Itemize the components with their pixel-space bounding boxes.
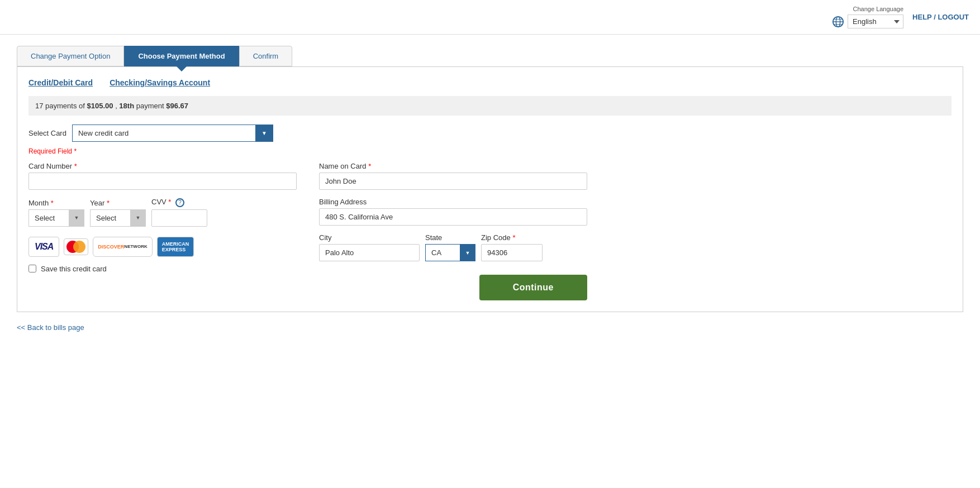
amex-logo: AMERICANEXPRESS bbox=[157, 237, 194, 257]
cvv-group: CVV * ? bbox=[151, 198, 207, 227]
payment-amount-2: $96.67 bbox=[166, 102, 188, 110]
help-logout-separator: / bbox=[934, 13, 936, 21]
form-section: Card Number * Month * Selec bbox=[28, 162, 952, 300]
month-year-cvv-row: Month * Select 010203 040506 070809 1011… bbox=[28, 198, 297, 227]
name-on-card-label: Name on Card * bbox=[319, 162, 587, 170]
card-logos: VISA DISCOVERNETWORK AMERICANEXPRESS bbox=[28, 237, 297, 257]
payment-amount-1: $105.00 bbox=[87, 102, 113, 110]
year-select[interactable]: Select 202420252026 2027202820292030 bbox=[90, 209, 146, 227]
discover-logo: DISCOVERNETWORK bbox=[93, 237, 152, 257]
main-content: Change Payment Option Choose Payment Met… bbox=[0, 35, 980, 343]
credit-debit-link[interactable]: Credit/Debit Card bbox=[28, 78, 93, 87]
mastercard-logo bbox=[64, 238, 88, 255]
cvv-info-icon[interactable]: ? bbox=[175, 198, 184, 207]
back-to-bills-link[interactable]: << Back to bills page bbox=[17, 323, 84, 332]
visa-logo: VISA bbox=[28, 237, 59, 257]
card-number-group: Card Number * bbox=[28, 162, 297, 190]
select-card-row: Select Card New credit card Saved card 1 bbox=[28, 125, 952, 142]
card-number-label: Card Number * bbox=[28, 162, 297, 170]
save-card-row: Save this credit card bbox=[28, 265, 297, 273]
city-group: City bbox=[319, 233, 420, 261]
change-language-label: Change Language bbox=[853, 6, 904, 12]
zip-group: Zip Code * bbox=[481, 233, 543, 261]
payment-methods: Credit/Debit Card Checking/Savings Accou… bbox=[28, 78, 952, 87]
form-right: Name on Card * Billing Address City bbox=[319, 162, 587, 300]
select-card-select[interactable]: New credit card Saved card 1 bbox=[72, 125, 273, 142]
logout-link[interactable]: LOGOUT bbox=[938, 13, 969, 21]
month-label: Month * bbox=[28, 199, 84, 207]
state-select-wrapper: CA NY TX FL WA OR bbox=[425, 244, 475, 261]
mc-right-circle bbox=[73, 241, 85, 253]
month-select[interactable]: Select 010203 040506 070809 101112 bbox=[28, 209, 84, 227]
help-logout: HELP / LOGOUT bbox=[912, 13, 969, 21]
year-group: Year * Select 202420252026 2027202820292… bbox=[90, 199, 146, 227]
billing-address-label: Billing Address bbox=[319, 198, 587, 206]
form-left: Card Number * Month * Selec bbox=[28, 162, 297, 300]
checking-savings-link[interactable]: Checking/Savings Account bbox=[110, 78, 210, 87]
tabs: Change Payment Option Choose Payment Met… bbox=[17, 46, 963, 66]
zip-label: Zip Code * bbox=[481, 233, 543, 242]
name-on-card-group: Name on Card * bbox=[319, 162, 587, 190]
state-label: State bbox=[425, 233, 475, 242]
select-card-wrapper: New credit card Saved card 1 bbox=[72, 125, 273, 142]
year-label: Year * bbox=[90, 199, 146, 207]
save-card-label[interactable]: Save this credit card bbox=[41, 265, 107, 273]
tab-confirm[interactable]: Confirm bbox=[239, 46, 293, 66]
month-group: Month * Select 010203 040506 070809 1011… bbox=[28, 199, 84, 227]
select-card-label: Select Card bbox=[28, 129, 66, 137]
form-container: Credit/Debit Card Checking/Savings Accou… bbox=[17, 66, 963, 312]
city-input[interactable] bbox=[319, 244, 420, 261]
payment-info-text: 17 payments of bbox=[35, 102, 87, 110]
globe-icon bbox=[832, 16, 844, 28]
continue-button[interactable]: Continue bbox=[479, 275, 587, 300]
payment-18th-label: 18th bbox=[119, 102, 134, 110]
payment-18th-text: payment bbox=[136, 102, 166, 110]
zip-input[interactable] bbox=[481, 244, 543, 261]
continue-row: Continue bbox=[319, 275, 587, 300]
language-select[interactable]: English Spanish French bbox=[848, 15, 903, 28]
payment-info-bar: 17 payments of $105.00 , 18th payment $9… bbox=[28, 96, 952, 116]
required-field-note: Required Field * bbox=[28, 147, 952, 155]
state-select[interactable]: CA NY TX FL WA OR bbox=[425, 244, 475, 261]
state-group: State CA NY TX FL WA OR bbox=[425, 233, 475, 261]
cvv-input[interactable] bbox=[151, 209, 207, 227]
city-state-zip-row: City State CA NY TX FL WA OR bbox=[319, 233, 587, 261]
save-card-checkbox[interactable] bbox=[28, 265, 36, 272]
tab-change-payment[interactable]: Change Payment Option bbox=[17, 46, 124, 66]
billing-address-group: Billing Address bbox=[319, 198, 587, 226]
card-number-input[interactable] bbox=[28, 173, 297, 190]
month-select-wrapper: Select 010203 040506 070809 101112 bbox=[28, 209, 84, 227]
back-link-section: << Back to bills page bbox=[17, 323, 963, 332]
language-section: Change Language English Spanish French bbox=[832, 6, 903, 28]
help-link[interactable]: HELP bbox=[912, 13, 931, 21]
tab-choose-method[interactable]: Choose Payment Method bbox=[124, 46, 239, 66]
header: Change Language English Spanish French H… bbox=[0, 0, 980, 35]
cvv-label: CVV * ? bbox=[151, 198, 207, 207]
language-select-wrapper: English Spanish French bbox=[832, 15, 903, 28]
city-label: City bbox=[319, 233, 420, 242]
year-select-wrapper: Select 202420252026 2027202820292030 bbox=[90, 209, 146, 227]
billing-address-input[interactable] bbox=[319, 208, 587, 226]
name-on-card-input[interactable] bbox=[319, 173, 587, 190]
